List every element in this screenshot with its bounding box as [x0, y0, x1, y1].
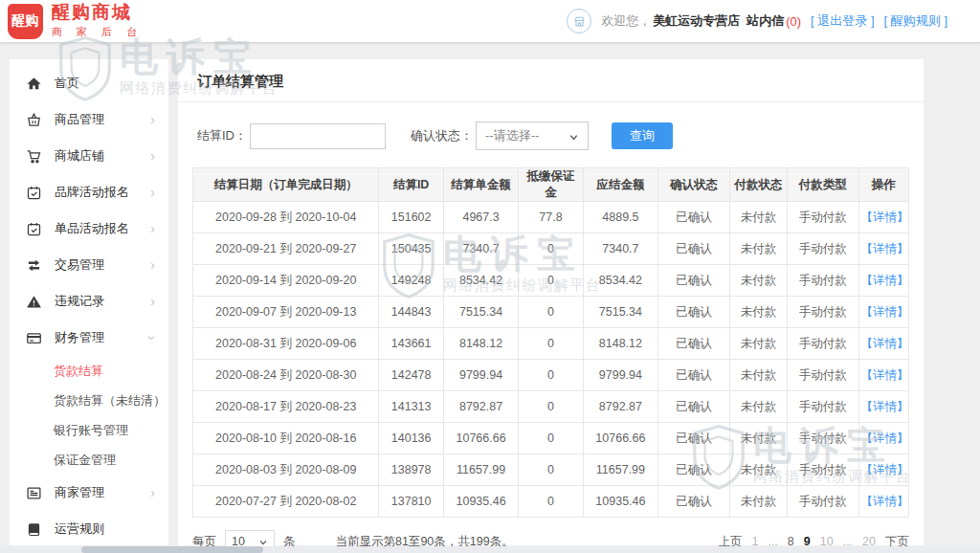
table-cell: 7340.7: [583, 233, 658, 265]
table-cell: 已确认: [658, 265, 730, 297]
sidebar-item-5[interactable]: 交易管理›: [10, 247, 168, 283]
table-cell: 2020-08-31 到 2020-09-06: [193, 328, 379, 360]
detail-link[interactable]: 【详情】: [861, 210, 909, 224]
table-cell: 8148.12: [443, 328, 519, 360]
sidebar-item-label: 单品活动报名: [55, 220, 150, 237]
table-cell: 2020-08-10 到 2020-08-16: [193, 423, 379, 454]
rules-link[interactable]: [ 醒购规则 ]: [884, 12, 947, 30]
warning-triangle-icon: [26, 294, 42, 310]
table-cell: 已确认: [658, 360, 730, 391]
table-cell: 2020-09-21 到 2020-09-27: [193, 233, 379, 265]
detail-link[interactable]: 【详情】: [861, 495, 909, 508]
settle-id-input[interactable]: [250, 123, 386, 149]
table-cell: 141313: [379, 391, 443, 423]
table-row: 2020-08-03 到 2020-08-0913897811657.99011…: [193, 454, 909, 486]
page-title: 订单结算管理: [178, 59, 924, 102]
table-cell: 未付款: [729, 391, 787, 423]
sidebar-subitem[interactable]: 银行账号管理: [10, 415, 168, 445]
chevron-right-icon: ›: [150, 486, 155, 499]
table-cell: 8792.87: [443, 391, 519, 423]
table-cell: 【详情】: [858, 486, 908, 518]
table-cell: 9799.94: [583, 360, 658, 391]
detail-link[interactable]: 【详情】: [861, 400, 909, 413]
scrollbar-thumb[interactable]: [81, 546, 263, 553]
sidebar-item-1[interactable]: 商品管理›: [10, 101, 168, 138]
table-cell: 2020-08-24 到 2020-08-30: [193, 360, 379, 391]
table-cell: 已确认: [658, 328, 730, 360]
sidebar-item-label: 交易管理: [55, 256, 150, 274]
table-cell: 2020-07-27 到 2020-08-02: [193, 486, 379, 518]
table-cell: 149248: [379, 265, 443, 297]
sidebar-subitem-active[interactable]: 货款结算: [10, 356, 168, 386]
table-cell: 142478: [379, 360, 443, 391]
logout-link[interactable]: [ 退出登录 ]: [811, 12, 874, 30]
filter-bar: 结算ID： 确认状态： --请选择-- 查询: [178, 102, 924, 152]
sidebar-subitem[interactable]: 货款结算（未结清）: [10, 386, 168, 415]
table-cell: 144843: [379, 297, 443, 328]
inbox-link[interactable]: 站内信: [746, 12, 784, 30]
sidebar-item-label: 品牌活动报名: [55, 184, 150, 201]
detail-link[interactable]: 【详情】: [861, 463, 909, 476]
sidebar-item-0[interactable]: 首页: [10, 65, 168, 101]
table-cell: 2020-09-28 到 2020-10-04: [193, 202, 379, 233]
confirm-status-select[interactable]: --请选择--: [476, 122, 589, 150]
table-cell: 【详情】: [858, 233, 908, 265]
table-cell: 【详情】: [858, 423, 908, 454]
detail-link[interactable]: 【详情】: [861, 368, 909, 382]
sidebar-item-7[interactable]: 财务管理›: [10, 320, 168, 356]
list-icon: [26, 485, 42, 501]
brand-subtitle: 商 家 后 台: [52, 25, 143, 39]
brand-title: 醒购商城: [52, 3, 143, 21]
detail-link[interactable]: 【详情】: [861, 431, 909, 445]
main-panel: 订单结算管理 结算ID： 确认状态： --请选择-- 查询 结算日期（订单完成日…: [178, 59, 924, 545]
credit-card-icon: [26, 330, 42, 346]
table-cell: 10766.66: [443, 423, 519, 454]
table-row: 2020-08-24 到 2020-08-301424789799.940979…: [193, 360, 909, 391]
table-cell: 手动付款: [787, 202, 858, 233]
sidebar-item-2[interactable]: 商城店铺›: [10, 138, 168, 174]
sidebar-item-3[interactable]: 品牌活动报名›: [10, 174, 168, 210]
sidebar-item-label: 运营规则: [55, 520, 155, 538]
table-cell: 0: [519, 454, 583, 486]
sidebar-item-9[interactable]: 运营规则: [10, 511, 168, 547]
table-cell: 手动付款: [787, 265, 858, 297]
table-cell: 9799.94: [443, 360, 519, 391]
shop-name: 美虹运动专营店: [653, 12, 740, 30]
table-header-row: 结算日期（订单完成日期）结算ID结算单金额抵缴保证金应结金额确认状态付款状态付款…: [193, 168, 909, 202]
detail-link[interactable]: 【详情】: [861, 305, 909, 319]
table-cell: 10935.46: [583, 486, 658, 518]
table-cell: 77.8: [519, 202, 583, 233]
column-header: 确认状态: [658, 168, 730, 202]
table-cell: 【详情】: [858, 391, 908, 423]
welcome-text: 欢迎您，: [601, 12, 651, 30]
settle-id-label: 结算ID：: [197, 127, 247, 144]
sidebar-item-label: 商品管理: [55, 111, 150, 128]
sidebar-item-6[interactable]: 违规记录›: [10, 283, 168, 320]
sidebar-item-8[interactable]: 商家管理›: [10, 475, 168, 511]
sidebar-item-4[interactable]: 单品活动报名›: [10, 210, 168, 247]
table-cell: 0: [519, 328, 583, 360]
table-cell: 0: [519, 391, 583, 423]
chevron-down-icon: [568, 131, 579, 142]
column-header: 抵缴保证金: [519, 168, 583, 202]
sidebar-item-label: 违规记录: [55, 293, 150, 310]
table-row: 2020-08-17 到 2020-08-231413138792.870879…: [193, 391, 909, 423]
table-row: 2020-09-28 到 2020-10-041516024967.377.84…: [193, 202, 909, 233]
column-header: 操作: [858, 168, 908, 202]
table-cell: 0: [519, 360, 583, 391]
table-cell: 未付款: [729, 360, 787, 391]
detail-link[interactable]: 【详情】: [861, 337, 909, 350]
table-cell: 已确认: [658, 297, 730, 328]
table-cell: 未付款: [729, 297, 787, 328]
search-button[interactable]: 查询: [612, 122, 673, 149]
column-header: 结算日期（订单完成日期）: [193, 168, 379, 202]
column-header: 结算ID: [379, 168, 443, 202]
table-cell: 【详情】: [858, 454, 908, 486]
detail-link[interactable]: 【详情】: [861, 274, 909, 287]
table-cell: 0: [519, 297, 583, 328]
sidebar-subitem[interactable]: 保证金管理: [10, 445, 168, 475]
table-cell: 手动付款: [787, 233, 858, 265]
detail-link[interactable]: 【详情】: [861, 242, 909, 255]
table-cell: 已确认: [658, 202, 730, 233]
table-cell: 0: [519, 233, 583, 265]
